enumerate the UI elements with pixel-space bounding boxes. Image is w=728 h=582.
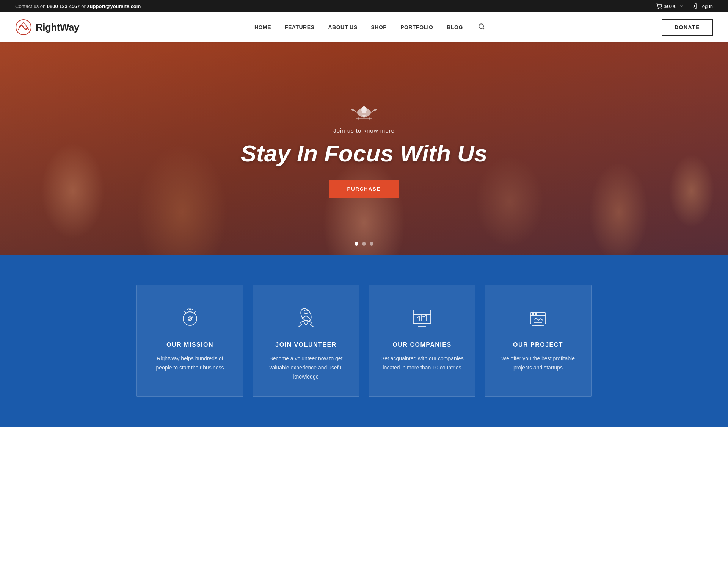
- feature-card-volunteer: JOIN VOLUNTEER Become a volunteer now to…: [253, 285, 359, 397]
- cart-icon: [656, 3, 662, 9]
- chevron-down-icon: [679, 4, 684, 8]
- feature-desc-volunteer: Become a volunteer now to get valuable e…: [264, 354, 348, 381]
- donate-button[interactable]: DONATE: [662, 19, 713, 36]
- hero-dots: [355, 242, 373, 246]
- contact-or: or: [80, 3, 87, 9]
- logo-text: RightWay: [36, 22, 79, 33]
- features-section: OUR MISSION RightWay helps hundreds of p…: [0, 255, 728, 427]
- svg-point-8: [362, 106, 366, 110]
- hero-dot-3[interactable]: [370, 242, 373, 246]
- login-link[interactable]: Log in: [691, 3, 713, 9]
- nav-home[interactable]: HOME: [254, 24, 271, 30]
- contact-info: Contact us on 0800 123 4567 or support@y…: [15, 3, 141, 9]
- hero-dot-1[interactable]: [355, 242, 358, 246]
- logo-icon: [15, 19, 32, 36]
- feature-desc-companies: Get acquainted with our companies locate…: [380, 354, 464, 372]
- hero-subtitle: Join us to know more: [241, 127, 488, 134]
- feature-desc-mission: RightWay helps hundreds of people to sta…: [148, 354, 232, 372]
- nav-blog[interactable]: BLOG: [447, 24, 463, 30]
- nav-about[interactable]: ABOUT US: [328, 24, 357, 30]
- svg-point-15: [304, 310, 308, 314]
- hero-dot-2[interactable]: [362, 242, 366, 246]
- main-nav: HOME FEATURES ABOUT US SHOP PORTFOLIO BL…: [254, 22, 486, 33]
- svg-point-13: [188, 317, 192, 321]
- feature-title-project: OUR PROJECT: [496, 341, 580, 348]
- contact-prefix: Contact us on: [15, 3, 47, 9]
- search-icon: [478, 23, 485, 30]
- contact-phone[interactable]: 0800 123 4567: [47, 3, 80, 9]
- feature-title-volunteer: JOIN VOLUNTEER: [264, 341, 348, 348]
- svg-point-4: [479, 24, 483, 28]
- hero-section: Join us to know more Stay In Focus With …: [0, 42, 728, 255]
- mission-icon: [177, 304, 203, 331]
- logo[interactable]: RightWay: [15, 19, 79, 36]
- features-grid: OUR MISSION RightWay helps hundreds of p…: [136, 285, 592, 397]
- feature-desc-project: We offer you the best profitable project…: [496, 354, 580, 372]
- contact-email[interactable]: support@yoursite.com: [87, 3, 141, 9]
- svg-point-0: [658, 8, 658, 8]
- svg-line-5: [483, 28, 484, 29]
- svg-point-18: [532, 313, 534, 315]
- companies-icon: [409, 304, 435, 331]
- header: RightWay HOME FEATURES ABOUT US SHOP POR…: [0, 12, 728, 42]
- feature-card-mission: OUR MISSION RightWay helps hundreds of p…: [136, 285, 243, 397]
- nav-shop[interactable]: SHOP: [371, 24, 387, 30]
- login-label: Log in: [700, 3, 713, 9]
- top-bar-right: $0.00 Log in: [656, 3, 713, 9]
- feature-title-companies: OUR COMPANIES: [380, 341, 464, 348]
- svg-point-1: [661, 8, 661, 8]
- nav-portfolio[interactable]: PORTFOLIO: [400, 24, 433, 30]
- search-button[interactable]: [477, 22, 486, 33]
- feature-card-companies: OUR COMPANIES Get acquainted with our co…: [369, 285, 475, 397]
- nav-features[interactable]: FEATURES: [285, 24, 314, 30]
- volunteer-icon: [293, 304, 319, 331]
- login-icon: [691, 3, 697, 9]
- feature-title-mission: OUR MISSION: [148, 341, 232, 348]
- hero-title: Stay In Focus With Us: [241, 141, 488, 166]
- project-icon: [525, 304, 551, 331]
- svg-point-19: [535, 313, 537, 315]
- hero-content: Join us to know more Stay In Focus With …: [233, 99, 495, 198]
- purchase-button[interactable]: PURCHASE: [329, 180, 399, 198]
- cart-link[interactable]: $0.00: [656, 3, 684, 9]
- top-bar: Contact us on 0800 123 4567 or support@y…: [0, 0, 728, 12]
- cart-amount: $0.00: [664, 3, 677, 9]
- svg-rect-16: [413, 310, 431, 324]
- feature-card-project: OUR PROJECT We offer you the best profit…: [485, 285, 592, 397]
- eagle-emblem: [349, 99, 379, 122]
